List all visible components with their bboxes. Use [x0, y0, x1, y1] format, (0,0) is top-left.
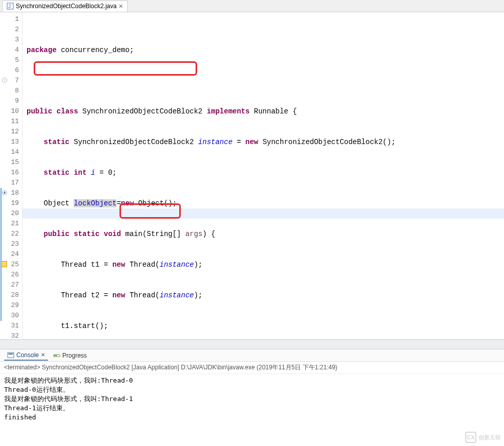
- line-number: 22: [0, 229, 19, 239]
- code-area[interactable]: package concurrency_demo; public class S…: [22, 12, 504, 339]
- line-number: ▲18: [0, 188, 19, 198]
- line-number: 27: [0, 280, 19, 290]
- tab-console-label: Console: [16, 351, 39, 359]
- console-icon: [7, 351, 14, 359]
- line-number: 8: [0, 86, 19, 96]
- console-output[interactable]: 我是对象锁的代码块形式，我叫:Thread-0 Thread-0运行结束。 我是…: [0, 374, 504, 424]
- line-number: 13: [0, 137, 19, 147]
- tab-progress[interactable]: Progress: [50, 351, 90, 360]
- line-number: 21: [0, 219, 19, 229]
- line-number: 25: [0, 260, 19, 270]
- line-number: 24: [0, 249, 19, 260]
- watermark-icon: CX: [465, 432, 476, 443]
- line-number: 19: [0, 198, 19, 208]
- line-number: 26: [0, 270, 19, 280]
- editor-tab[interactable]: J SynchronizedObjectCodeBlock2.java ✕: [2, 1, 128, 12]
- tab-console[interactable]: Console ✕: [4, 350, 48, 361]
- bottom-tab-bar: Console ✕ Progress: [0, 349, 504, 362]
- console-line: Thread-1运行结束。: [4, 404, 69, 412]
- console-line: finished: [4, 413, 36, 421]
- line-number: 1: [0, 14, 19, 25]
- line-number-gutter: 1 2 3 4 5 6 -7 8 9 10 11 12 13 14 15 16 …: [0, 12, 22, 339]
- quickfix-marker-icon[interactable]: [1, 261, 7, 267]
- code-editor[interactable]: 1 2 3 4 5 6 -7 8 9 10 11 12 13 14 15 16 …: [0, 12, 504, 339]
- annotation-highlight-box: [34, 61, 197, 76]
- line-number: 23: [0, 239, 19, 249]
- line-number: 2: [0, 25, 19, 35]
- line-number: 20: [0, 208, 19, 219]
- console-process-header: <terminated> SynchronizedObjectCodeBlock…: [0, 362, 504, 374]
- progress-icon: [53, 352, 60, 359]
- svg-rect-3: [9, 353, 13, 355]
- editor-tab-bar: J SynchronizedObjectCodeBlock2.java ✕: [0, 0, 504, 12]
- override-marker-icon[interactable]: ▲: [2, 190, 7, 195]
- line-number: 16: [0, 168, 19, 178]
- fold-toggle-icon[interactable]: -: [2, 78, 7, 83]
- close-icon[interactable]: ✕: [41, 352, 45, 358]
- line-number: 12: [0, 127, 19, 137]
- java-file-icon: J: [7, 3, 14, 10]
- line-number: 4: [0, 45, 19, 55]
- line-number: 28: [0, 290, 19, 300]
- line-number: 11: [0, 116, 19, 127]
- editor-tab-label: SynchronizedObjectCodeBlock2.java: [16, 3, 116, 10]
- line-number: 17: [0, 178, 19, 188]
- watermark-text: 创新互联: [478, 434, 501, 441]
- line-number: 6: [0, 65, 19, 76]
- line-number: 15: [0, 157, 19, 168]
- line-number: 5: [0, 55, 19, 65]
- line-number: 3: [0, 35, 19, 45]
- line-number: 32: [0, 331, 19, 339]
- svg-rect-5: [54, 355, 57, 356]
- line-number: 9: [0, 96, 19, 106]
- console-line: Thread-0运行结束。: [4, 386, 69, 393]
- line-number: 14: [0, 147, 19, 157]
- line-number: 30: [0, 311, 19, 321]
- panel-sash[interactable]: [0, 339, 504, 349]
- line-number: 31: [0, 321, 19, 331]
- watermark: CX 创新互联: [465, 432, 501, 443]
- console-line: 我是对象锁的代码块形式，我叫:Thread-1: [4, 395, 133, 403]
- line-number: -7: [0, 76, 19, 86]
- line-number: 10: [0, 106, 19, 116]
- line-number: 29: [0, 300, 19, 311]
- console-line: 我是对象锁的代码块形式，我叫:Thread-0: [4, 377, 133, 384]
- svg-text:J: J: [8, 4, 11, 9]
- close-icon[interactable]: ✕: [118, 3, 123, 10]
- tab-progress-label: Progress: [62, 352, 87, 359]
